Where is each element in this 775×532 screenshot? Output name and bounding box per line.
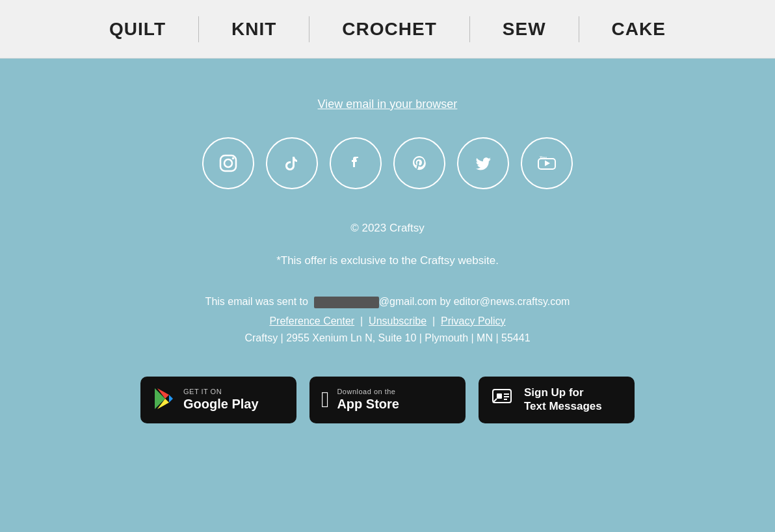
twitter-icon[interactable]	[457, 137, 509, 189]
google-play-icon	[152, 387, 176, 413]
app-store-button[interactable]:  Download on the App Store	[309, 377, 466, 423]
text-messages-main-label: Sign Up forText Messages	[524, 386, 602, 413]
pinterest-icon[interactable]	[393, 137, 445, 189]
email-links: Preference Center | Unsubscribe | Privac…	[269, 315, 505, 327]
email-domain: @gmail.com by editor@news.craftsy.com	[379, 296, 570, 307]
view-email-link[interactable]: View email in your browser	[318, 98, 458, 111]
tiktok-icon[interactable]	[266, 137, 318, 189]
email-redacted	[314, 297, 379, 308]
google-play-main-label: Google Play	[183, 397, 259, 412]
unsubscribe-link[interactable]: Unsubscribe	[369, 315, 427, 326]
nav-item-quilt[interactable]: QUILT	[77, 19, 198, 40]
svg-marker-4	[545, 161, 550, 166]
svg-rect-11	[497, 393, 502, 399]
google-play-sub-label: GET IT ON	[183, 388, 259, 395]
youtube-icon[interactable]: You	[521, 137, 573, 189]
nav-item-cake[interactable]: CAKE	[579, 19, 698, 40]
nav-item-knit[interactable]: KNIT	[199, 19, 309, 40]
nav-item-crochet[interactable]: CROCHET	[309, 19, 469, 40]
nav-bar: QUILT KNIT CROCHET SEW CAKE	[0, 0, 775, 59]
address-text: Craftsy | 2955 Xenium Ln N, Suite 10 | P…	[244, 332, 530, 344]
offer-text: *This offer is exclusive to the Craftsy …	[276, 254, 499, 267]
app-store-text: Download on the App Store	[337, 388, 399, 412]
instagram-icon[interactable]	[202, 137, 254, 189]
facebook-icon[interactable]	[330, 137, 382, 189]
svg-point-2	[232, 157, 235, 160]
app-store-main-label: App Store	[337, 397, 399, 412]
main-content: View email in your browser	[0, 59, 775, 532]
email-sent-info: This email was sent to @gmail.com by edi…	[205, 293, 570, 310]
text-messages-button[interactable]: Sign Up forText Messages	[479, 377, 635, 423]
text-messages-text: Sign Up forText Messages	[524, 386, 602, 413]
nav-item-sew[interactable]: SEW	[470, 19, 579, 40]
copyright-text: © 2023 Craftsy	[350, 222, 425, 235]
google-play-button[interactable]: GET IT ON Google Play	[140, 377, 296, 423]
svg-text:You: You	[540, 155, 547, 159]
google-play-text: GET IT ON Google Play	[183, 388, 259, 412]
svg-marker-9	[169, 395, 173, 403]
privacy-policy-link[interactable]: Privacy Policy	[441, 315, 506, 326]
email-sent-prefix: This email was sent to	[205, 296, 308, 307]
social-icons-row: You	[202, 137, 573, 189]
apple-icon: 	[321, 387, 329, 412]
app-store-sub-label: Download on the	[337, 388, 399, 395]
text-messages-icon	[490, 384, 516, 415]
app-buttons-row: GET IT ON Google Play  Download on the …	[140, 377, 635, 423]
svg-point-1	[224, 159, 232, 167]
preference-center-link[interactable]: Preference Center	[269, 315, 354, 326]
